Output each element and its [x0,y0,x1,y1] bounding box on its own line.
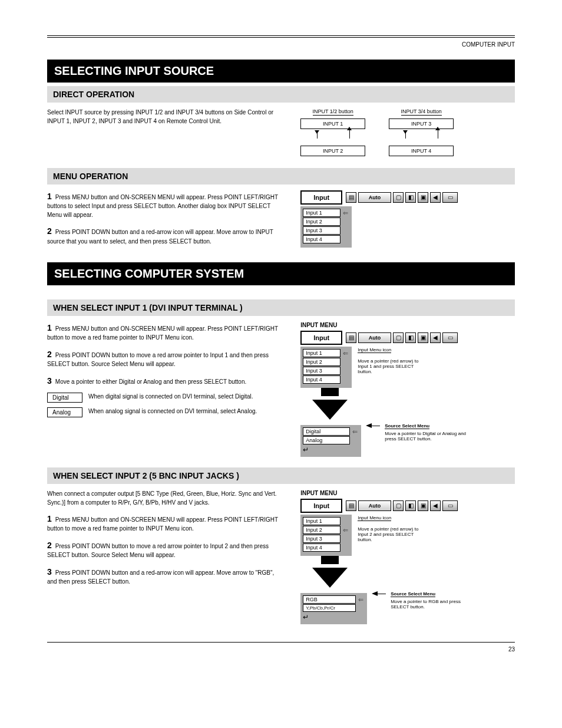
toolbar-icon-4[interactable]: ◀ [430,192,441,203]
step-num-2: 2 [47,226,52,236]
in2-step3-text: Press POINT DOWN button and a red-arrow … [47,569,274,585]
menu-icon[interactable]: ▤ [346,192,356,203]
toolbar-icon-1[interactable]: ▢ [393,500,404,511]
section-selecting-input: SELECTING INPUT SOURCE [47,60,515,83]
subheader-menu: MENU OPERATION [47,168,515,185]
move-pointer2-text: Move a pointer (red arrow) to Input 2 an… [358,526,428,542]
diag1-bottom: INPUT 2 [300,146,365,156]
toolbar-icon-5[interactable]: ▭ [442,192,458,203]
toolbar-icon-2[interactable]: ◧ [405,500,416,511]
diag2-header: INPUT 3/4 button [401,108,442,116]
list-item[interactable]: Input 1 [303,349,340,357]
auto-button[interactable]: Auto [358,500,391,511]
in2-step1: 1Press MENU button and ON-SCREEN MENU wi… [47,513,283,533]
list-item[interactable]: Digital [303,427,350,436]
diag1-top: INPUT 1 [300,118,365,129]
ui-toolbar-row: Input ▤ Auto ▢ ◧ ▣ ◀ ▭ [300,190,515,205]
input-list-panel: Input 1⇐ Input 2 Input 3 Input 4 [300,206,352,248]
list-item[interactable]: Input 4 [303,235,340,243]
toolbar-icon-5[interactable]: ▭ [442,500,458,511]
list-item[interactable]: Input 4 [303,543,340,552]
toolbar-icon-2[interactable]: ◧ [405,332,416,343]
diag2-top-text: INPUT 3 [411,121,431,127]
toolbar-icon-4[interactable]: ◀ [430,332,441,343]
return-icon[interactable] [303,613,310,619]
auto-button[interactable]: Auto [358,332,391,343]
input-list-panel: Input 1⇐ Input 2 Input 3 Input 4 [300,347,352,388]
pointer-arrow-icon: ⇐ [352,428,358,436]
step-num-2: 2 [47,541,52,550]
toolbar-icon-3[interactable]: ▣ [418,192,428,203]
pointer-arrow-icon: ⇐ [358,596,363,604]
input-button[interactable]: Input [300,331,342,345]
in2-step2-text: Press POINT DOWN button to move a red ar… [47,543,269,558]
subheader-direct: DIRECT OPERATION [47,86,515,103]
ui-toolbar-row: Input ▤ Auto ▢ ◧ ▣ ◀ ▭ [300,499,515,513]
source-select-panel: Digital⇐ Analog [300,425,361,457]
return-icon[interactable] [303,446,310,452]
step-num-1: 1 [47,323,52,332]
toolbar-icon-4[interactable]: ◀ [430,500,441,511]
list-item[interactable]: Input 3 [303,535,340,543]
list-item[interactable]: Analog [303,436,350,444]
pointer-arrow-icon: ⇐ [343,209,348,217]
button-diagrams: INPUT 1/2 button INPUT 1 INPUT 2 INPUT 3… [300,108,515,157]
step-num-2: 2 [47,350,52,359]
analog-option: Analog [47,407,82,417]
menu-step2: 2Press POINT DOWN button and a red-arrow… [47,225,283,246]
page-footer: 23 [47,642,515,653]
toolbar-icon-1[interactable]: ▢ [393,192,404,203]
auto-button[interactable]: Auto [358,192,391,203]
subheader-input2: WHEN SELECT INPUT 2 (5 BNC INPUT JACKS ) [47,467,515,484]
in1-step1-text: Press MENU button and ON-SCREEN MENU wil… [47,325,278,341]
toolbar-icon-1[interactable]: ▢ [393,332,404,343]
in2-step2: 2Press POINT DOWN button to move a red a… [47,539,283,560]
page-number: 23 [508,646,515,653]
list-item[interactable]: Y,Pb/Cb,Pr/Cr [303,604,356,612]
list-item[interactable]: RGB [303,595,356,604]
in2-step3: 3Press POINT DOWN button and a red-arrow… [47,566,283,587]
list-item[interactable]: Input 3 [303,367,340,375]
list-item[interactable]: Input 2 [303,358,340,366]
list-item[interactable]: Input 3 [303,226,340,235]
source-menu-label-2: Source Select Menu [391,591,435,597]
toolbar-icon-2[interactable]: ◧ [405,192,416,203]
menu-step2-text: Press POINT DOWN button and a red-arrow … [47,229,273,244]
step-num-3: 3 [47,567,52,577]
diag1-top-text: INPUT 1 [323,121,343,127]
in2-step1-text: Press MENU button and ON-SCREEN MENU wil… [47,516,278,532]
menu-step1-text: Press MENU button and ON-SCREEN MENU wil… [47,194,278,218]
direct-text: Select INPUT source by pressing INPUT 1/… [47,108,283,126]
pointer-arrow-icon: ⇐ [343,526,348,534]
list-item[interactable]: Input 2 [303,526,340,534]
header-label: COMPUTER INPUT [47,41,515,48]
input-button[interactable]: Input [300,499,342,513]
diag1-bottom-text: INPUT 2 [323,148,343,154]
diag2-top: INPUT 3 [389,118,454,129]
digital-text: When digital signal is connected on DVI … [88,393,283,401]
diag1-header: INPUT 1/2 button [313,108,353,116]
input-list-panel: Input 1 Input 2⇐ Input 3 Input 4 [300,515,352,556]
step-num-1: 1 [47,192,52,201]
input-button[interactable]: Input [300,190,342,205]
list-item[interactable]: Input 1 [303,209,340,217]
move-pointer1-text: Move a pointer (red arrow) to Input 1 an… [358,358,428,374]
left-arrow-icon [366,423,380,428]
menu-icon[interactable]: ▤ [346,500,356,511]
in2-intro: When connect a computer output [5 BNC Ty… [47,490,283,507]
toolbar-icon-3[interactable]: ▣ [418,332,428,343]
menu-icon[interactable]: ▤ [346,332,356,343]
input-menu-icon-label-2: Input Menu icon [358,515,391,521]
list-item[interactable]: Input 1 [303,517,340,525]
list-item[interactable]: Input 2 [303,218,340,226]
big-arrow-icon [321,556,339,564]
subheader-input1: WHEN SELECT INPUT 1 (DVI INPUT TERMINAL … [47,299,515,316]
in1-step3-text: Move a pointer to either Digital or Anal… [55,378,246,385]
toolbar-icon-3[interactable]: ▣ [418,500,428,511]
toolbar-icon-5[interactable]: ▭ [442,332,458,343]
section-selecting-system: SELECTING COMPUTER SYSTEM [47,262,515,285]
digital-option: Digital [47,393,82,403]
big-arrow-icon [312,568,348,588]
source-menu2-text: Move a pointer to RGB and press SELECT b… [391,599,473,610]
list-item[interactable]: Input 4 [303,375,340,384]
